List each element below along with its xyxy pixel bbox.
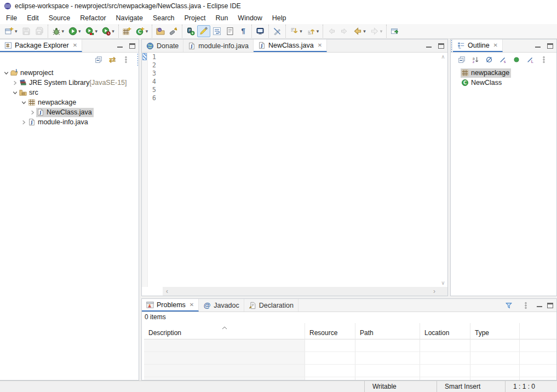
editor-tab-donate[interactable]: Donate xyxy=(142,39,183,52)
profile-button[interactable]: ▾ xyxy=(100,25,117,37)
tab-problems[interactable]: Problems✕ xyxy=(142,299,199,312)
open-type-button[interactable] xyxy=(154,25,167,37)
project-item-src[interactable]: src xyxy=(0,88,139,97)
previous-annotation-button[interactable]: ▾ xyxy=(305,25,321,37)
view-menu-button[interactable] xyxy=(121,55,131,65)
column-header-path[interactable]: Path xyxy=(355,323,420,339)
editor-tab-newclass-java[interactable]: JNewClass.java✕ xyxy=(254,39,327,52)
menu-source[interactable]: Source xyxy=(44,12,76,24)
maximize-button[interactable] xyxy=(547,303,553,308)
column-header-resource[interactable]: Resource xyxy=(305,323,355,339)
dropdown-caret-icon[interactable]: ▾ xyxy=(380,28,383,34)
maximize-button[interactable] xyxy=(547,43,553,49)
code-line[interactable]: 4 xyxy=(142,78,439,86)
project-item-module-info-java[interactable]: Jmodule-info.java xyxy=(0,117,139,127)
view-menu-button[interactable] xyxy=(539,55,549,65)
maximize-button[interactable] xyxy=(438,43,444,49)
minimize-button[interactable] xyxy=(537,304,542,307)
close-icon[interactable]: ✕ xyxy=(318,42,322,48)
open-console-button[interactable] xyxy=(254,25,267,37)
new-wizard-button[interactable]: ▾ xyxy=(3,25,20,37)
forward-button[interactable]: ▾ xyxy=(368,25,385,37)
maximize-button[interactable] xyxy=(129,43,135,49)
column-header-location[interactable]: Location xyxy=(420,323,470,339)
project-item-newclass-java[interactable]: JNewClass.java xyxy=(0,107,139,117)
new-java-class-button[interactable]: C▾ xyxy=(134,25,151,37)
block-selection-mode-button[interactable] xyxy=(271,25,284,37)
collapse-all-button[interactable] xyxy=(94,55,104,65)
code-line[interactable]: 1 xyxy=(142,53,439,61)
code-line[interactable]: 3 xyxy=(142,70,439,78)
hide-non-public-members-button[interactable] xyxy=(512,55,521,65)
editor-tab-module-info-java[interactable]: Jmodule-info.java xyxy=(183,39,254,52)
last-edit-location-button[interactable] xyxy=(325,25,338,37)
column-header-type[interactable]: Type xyxy=(470,323,520,339)
debug-button[interactable]: ▾ xyxy=(50,25,67,37)
tab-package-explorer[interactable]: Package Explorer ✕ xyxy=(0,39,82,52)
show-whitespace-button[interactable]: ¶ xyxy=(237,25,250,37)
code-line[interactable]: 5 xyxy=(142,86,439,94)
new-java-package-button[interactable] xyxy=(120,25,134,37)
dropdown-caret-icon[interactable]: ▾ xyxy=(317,28,319,34)
dropdown-caret-icon[interactable]: ▾ xyxy=(95,28,98,34)
search-button[interactable] xyxy=(167,25,180,37)
dropdown-caret-icon[interactable]: ▾ xyxy=(146,28,148,34)
dropdown-caret-icon[interactable]: ▾ xyxy=(363,28,366,34)
collapse-all-button[interactable] xyxy=(457,55,467,65)
tab-javadoc[interactable]: @Javadoc xyxy=(199,299,244,312)
toggle-word-wrap-button[interactable] xyxy=(210,25,223,37)
project-item-jre-system-library[interactable]: JRE System Library [JavaSE-15] xyxy=(0,78,139,88)
column-header-description[interactable]: Description xyxy=(144,323,305,339)
vertical-scrollbar[interactable]: ∧∨ xyxy=(439,53,447,287)
mark-occurrences-button[interactable] xyxy=(197,25,210,37)
table-row[interactable] xyxy=(144,365,556,377)
dropdown-caret-icon[interactable]: ▾ xyxy=(300,28,302,34)
sash-handle[interactable] xyxy=(451,39,452,53)
dropdown-caret-icon[interactable]: ▾ xyxy=(62,28,65,34)
hide-local-types-button[interactable]: L xyxy=(525,55,535,65)
save-all-button[interactable] xyxy=(33,25,46,37)
menu-navigate[interactable]: Navigate xyxy=(111,12,148,24)
tree-chevron-icon[interactable] xyxy=(20,119,27,125)
close-icon[interactable]: ✕ xyxy=(190,302,194,308)
outline-item-newpackage[interactable]: newpackage xyxy=(451,68,556,78)
code-editor[interactable]: 123456 ∧∨ ‹› xyxy=(142,53,447,296)
close-icon[interactable]: ✕ xyxy=(73,42,77,48)
menu-window[interactable]: Window xyxy=(233,12,267,24)
next-annotation-button[interactable]: ▾ xyxy=(288,25,305,37)
minimize-button[interactable] xyxy=(426,45,432,48)
table-row[interactable] xyxy=(144,352,556,365)
menu-file[interactable]: File xyxy=(1,12,22,24)
table-row[interactable] xyxy=(144,377,556,380)
pin-editor-button[interactable] xyxy=(388,25,401,37)
coverage-button[interactable]: ▾ xyxy=(83,25,100,37)
horizontal-scrollbar[interactable]: ‹› xyxy=(163,287,439,296)
save-button[interactable] xyxy=(20,25,33,37)
tree-chevron-icon[interactable] xyxy=(11,90,19,96)
sort-button[interactable]: az xyxy=(470,55,480,65)
column-header-spacer[interactable] xyxy=(520,323,556,339)
close-icon[interactable]: ✕ xyxy=(493,42,498,48)
tree-chevron-icon[interactable] xyxy=(20,100,27,106)
show-selected-element-only-button[interactable] xyxy=(223,25,237,37)
dropdown-caret-icon[interactable]: ▾ xyxy=(112,28,114,34)
outline-item-newclass[interactable]: CNewClass xyxy=(451,78,556,88)
tree-chevron-icon[interactable] xyxy=(11,80,19,86)
tab-outline[interactable]: Outline ✕ xyxy=(453,39,503,52)
link-with-editor-button[interactable]: ⇄ xyxy=(107,55,117,65)
tree-chevron-icon[interactable] xyxy=(2,70,10,76)
code-area[interactable]: 123456 xyxy=(142,53,439,287)
menu-search[interactable]: Search xyxy=(148,12,180,24)
dropdown-caret-icon[interactable]: ▾ xyxy=(78,28,81,34)
menu-help[interactable]: Help xyxy=(267,12,291,24)
menu-project[interactable]: Project xyxy=(180,12,211,24)
menu-refactor[interactable]: Refactor xyxy=(75,12,111,24)
filter-button[interactable] xyxy=(503,300,515,311)
dropdown-caret-icon[interactable]: ▾ xyxy=(15,28,18,34)
open-plugin-artifact-button[interactable]: P xyxy=(184,25,197,37)
tab-declaration[interactable]: Declaration xyxy=(244,299,298,312)
menu-edit[interactable]: Edit xyxy=(22,12,44,24)
hide-static-members-button[interactable]: s xyxy=(498,55,508,65)
sash-handle[interactable] xyxy=(137,53,139,66)
tree-chevron-icon[interactable] xyxy=(28,109,36,116)
